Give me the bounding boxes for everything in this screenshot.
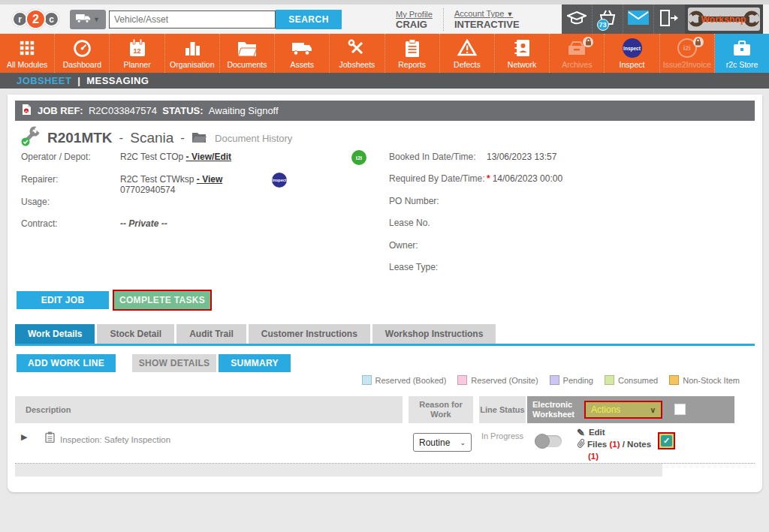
- nav-item-r2c-store[interactable]: r2c Store: [715, 34, 769, 73]
- detail-tabs: Work Details Stock Detail Audit Trail Cu…: [15, 324, 496, 344]
- nav-item-archives[interactable]: Archives: [550, 34, 605, 73]
- nav-label: r2c Store: [726, 60, 758, 69]
- nav-label: Dashboard: [63, 60, 101, 69]
- tools-icon: [348, 38, 366, 59]
- nav-item-reports[interactable]: Reports: [385, 34, 440, 73]
- calendar-day-text: 12: [134, 47, 141, 55]
- folder-icon: [237, 38, 257, 59]
- truck-icon: [76, 13, 91, 26]
- required-asterisk: *: [487, 173, 490, 184]
- gauge-icon: [73, 38, 92, 59]
- breadcrumb: JOBSHEET | MESSAGING: [0, 73, 769, 89]
- training-button[interactable]: [562, 5, 593, 34]
- contract-label: Contract:: [21, 218, 58, 229]
- repairer-view-link[interactable]: - View: [197, 174, 222, 185]
- tab-stock-detail[interactable]: Stock Detail: [97, 324, 174, 344]
- repairer-value: R2C Test CTWksp - View: [120, 174, 222, 185]
- lock-icon: [693, 37, 704, 47]
- account-type-link[interactable]: Account Type ▼: [454, 8, 520, 20]
- nav-label: Jobsheets: [339, 60, 375, 69]
- logo-letter-2: 2: [26, 9, 46, 29]
- basket-button[interactable]: 73: [593, 5, 623, 34]
- my-profile-name: CRAIG: [396, 20, 433, 30]
- owner-label: Owner:: [389, 240, 418, 251]
- nav-item-dashboard[interactable]: Dashboard: [55, 34, 110, 73]
- legend-swatch: [605, 375, 614, 385]
- edit-job-button[interactable]: EDIT JOB: [17, 291, 109, 309]
- job-status-value: Awaiting Signoff: [209, 105, 279, 116]
- search-input[interactable]: [109, 11, 276, 29]
- header-icon-strip: 73: [562, 5, 685, 34]
- select-all-checkbox[interactable]: [674, 404, 686, 415]
- worksheet-toggle[interactable]: [535, 435, 562, 447]
- legend-swatch: [550, 375, 559, 385]
- nav-item-documents[interactable]: Documents: [220, 34, 275, 73]
- actions-dropdown-value: Actions: [591, 404, 620, 415]
- nav-label: Network: [508, 60, 537, 69]
- operator-view-edit-link[interactable]: - View/Edit: [186, 152, 231, 162]
- nav-item-jobsheets[interactable]: Jobsheets: [330, 34, 384, 73]
- nav-label: All Modules: [7, 60, 47, 69]
- show-details-button[interactable]: SHOW DETAILS: [132, 354, 216, 372]
- nav-item-issue2invoice[interactable]: i2i Issue2Invoice: [660, 34, 715, 73]
- document-history-link[interactable]: Document History: [215, 133, 292, 144]
- nav-item-organisation[interactable]: Organisation: [165, 34, 220, 73]
- tab-audit-trail[interactable]: Audit Trail: [176, 324, 246, 344]
- expand-row-arrow[interactable]: ▶: [21, 432, 27, 442]
- row-actions: ✎ Edit Files (1) / Notes (1): [577, 427, 651, 462]
- breadcrumb-jobsheet[interactable]: JOBSHEET: [17, 75, 71, 86]
- legend-swatch: [669, 375, 679, 385]
- repairer-phone: 07702940574: [120, 185, 175, 195]
- nav-item-defects[interactable]: Defects: [440, 34, 495, 73]
- actions-dropdown[interactable]: Actions ∨: [584, 401, 662, 419]
- nav-label: Archives: [562, 60, 592, 69]
- row-checkbox-highlight[interactable]: ✓: [658, 432, 675, 449]
- nav-label: Inspect: [620, 60, 645, 69]
- files-count: (1): [609, 440, 620, 449]
- add-work-line-button[interactable]: ADD WORK LINE: [17, 354, 116, 372]
- tab-work-details[interactable]: Work Details: [15, 324, 95, 344]
- search-button[interactable]: SEARCH: [276, 10, 342, 29]
- job-ref-value: R2C033847574: [89, 105, 157, 116]
- pdf-icon[interactable]: [22, 104, 32, 118]
- reason-for-work-select[interactable]: Routine ⌄: [413, 433, 472, 452]
- edit-link[interactable]: ✎ Edit: [577, 427, 651, 438]
- search-category-dropdown[interactable]: ▼: [70, 10, 106, 29]
- logout-button[interactable]: [654, 5, 685, 34]
- contract-value: -- Private --: [120, 218, 167, 229]
- breadcrumb-messaging[interactable]: MESSAGING: [86, 75, 149, 86]
- nav-item-all-modules[interactable]: All Modules: [0, 34, 55, 73]
- jobsheet-card: JOB REF: R2C033847574 STATUS: Awaiting S…: [8, 95, 762, 492]
- workshop-logo: Workshop: [688, 8, 760, 31]
- notes-count[interactable]: (1): [577, 451, 651, 462]
- paperclip-icon: [574, 437, 587, 452]
- nav-item-planner[interactable]: 12Planner: [110, 34, 164, 73]
- account-type[interactable]: Account Type ▼ INTERACTIVE: [454, 8, 520, 30]
- required-value: *14/06/2023 00:00: [487, 173, 562, 184]
- vehicle-reg: R201MTK: [47, 130, 113, 146]
- nav-label: Organisation: [170, 60, 215, 69]
- my-profile[interactable]: My Profile CRAIG: [396, 9, 433, 30]
- summary-button[interactable]: SUMMARY: [219, 354, 291, 372]
- files-notes-link[interactable]: Files (1) / Notes: [577, 438, 651, 451]
- complete-tasks-button[interactable]: COMPLETE TASKS: [113, 290, 212, 311]
- messages-button[interactable]: [623, 5, 654, 34]
- col-reason-for-work: Reason for Work: [409, 396, 473, 423]
- envelope-icon: [628, 11, 649, 28]
- nav-label: Documents: [227, 60, 267, 69]
- row-checkbox-checked[interactable]: ✓: [661, 435, 672, 446]
- truck-icon: [291, 38, 312, 59]
- nav-item-network[interactable]: Network: [495, 34, 550, 73]
- col-description: Description: [15, 396, 403, 423]
- tab-workshop-instructions[interactable]: Workshop Instructions: [372, 324, 496, 344]
- nav-item-inspect[interactable]: Inspect Inspect: [605, 34, 659, 73]
- nav-label: Issue2Invoice: [663, 60, 711, 69]
- vehicle-make: Scania: [130, 130, 173, 146]
- my-profile-link[interactable]: My Profile: [396, 9, 433, 20]
- nav-item-assets[interactable]: Assets: [275, 34, 330, 73]
- lease-type-label: Lease Type:: [389, 262, 438, 272]
- job-status-label: STATUS:: [162, 105, 203, 116]
- tab-customer-instructions[interactable]: Customer Instructions: [249, 324, 370, 344]
- account-type-value: INTERACTIVE: [454, 20, 520, 30]
- legend-consumed: Consumed: [605, 375, 658, 385]
